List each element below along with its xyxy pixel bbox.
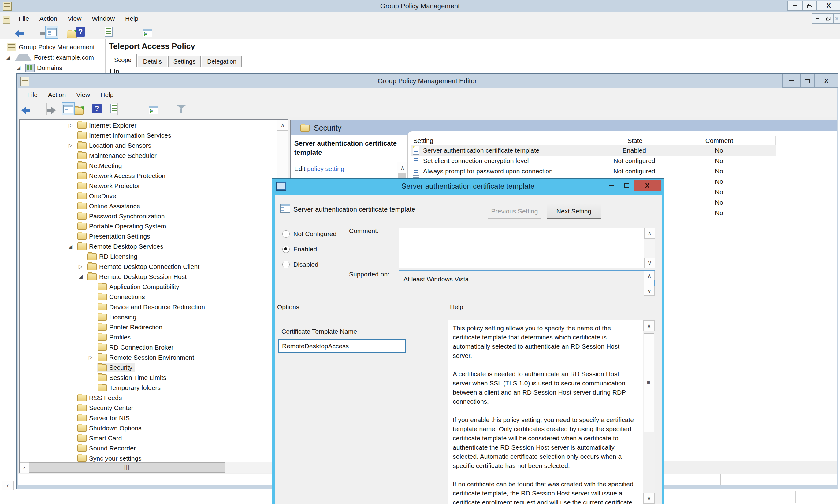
column-header-setting[interactable]: Setting: [411, 137, 607, 145]
settings-table-row[interactable]: Set client connection encryption level N…: [411, 156, 776, 166]
gpm-close-button[interactable]: X: [817, 1, 840, 11]
editor-tree-item[interactable]: Server for NIS: [20, 413, 276, 423]
child-close-button[interactable]: ✕: [833, 14, 840, 23]
help-box[interactable]: This policy setting allows you to specif…: [448, 320, 655, 504]
editor-tree-item[interactable]: Shutdown Options: [20, 423, 276, 433]
editor-tree-item[interactable]: Application Compatibility: [20, 282, 276, 292]
gpm-tree-item[interactable]: Domains: [2, 63, 104, 73]
editor-menu-item[interactable]: Action: [43, 91, 71, 98]
editor-tree-item[interactable]: OneDrive: [20, 191, 276, 201]
editor-tree-item[interactable]: Sync your settings: [20, 453, 276, 463]
tree-scroll-up-button[interactable]: ∧: [277, 120, 288, 131]
description-scroll-up-button[interactable]: ∧: [397, 162, 408, 173]
tree-hscrollbar[interactable]: ‹ |||: [20, 463, 288, 472]
editor-tree-item[interactable]: Presentation Settings: [20, 231, 276, 241]
radio-option[interactable]: Enabled: [282, 241, 337, 257]
gpm-restore-button[interactable]: [802, 1, 817, 11]
gpm-minimize-button[interactable]: [787, 1, 803, 11]
editor-tree-item[interactable]: NetMeeting: [20, 161, 276, 170]
editor-close-button[interactable]: X: [814, 74, 838, 88]
supported-scrollbar[interactable]: ∧ ∨: [644, 271, 654, 296]
editor-tree-item[interactable]: Security Center: [20, 403, 276, 413]
gpo-tab[interactable]: Settings: [168, 56, 201, 67]
editor-tree-item[interactable]: Maintenance Scheduler: [20, 150, 276, 161]
editor-tree-item[interactable]: Sound Recorder: [20, 443, 276, 453]
expander-icon[interactable]: [6, 54, 14, 61]
help-icon[interactable]: ?: [92, 104, 102, 113]
editor-tree-item[interactable]: Location and Sensors: [20, 140, 276, 150]
certificate-template-name-input[interactable]: RemoteDesktopAccess: [279, 340, 406, 353]
tree-scroll-left-button[interactable]: ‹: [20, 463, 29, 473]
editor-tree-item[interactable]: Remote Desktop Session Host: [20, 272, 276, 282]
gpo-tab[interactable]: Details: [138, 56, 167, 67]
editor-tree-item[interactable]: Network Access Protection: [20, 170, 276, 181]
console-tree-toggle[interactable]: [62, 103, 75, 115]
comment-textarea[interactable]: ∧ ∨: [398, 228, 655, 268]
editor-tree-item[interactable]: Password Synchronization: [20, 211, 276, 221]
gpm-tree-item[interactable]: Forest: example.com: [2, 52, 104, 63]
editor-tree-item[interactable]: Network Projector: [20, 181, 276, 191]
gpm-tree-item[interactable]: Group Policy Management: [2, 42, 104, 52]
gpo-tab[interactable]: Scope: [109, 54, 137, 67]
back-icon[interactable]: [21, 106, 32, 114]
help-scrollbar[interactable]: ∧ ≡ ∨: [643, 320, 655, 504]
radio-option[interactable]: Not Configured: [282, 226, 337, 241]
editor-tree-item[interactable]: Printer Redirection: [20, 322, 276, 332]
policy-setting-link[interactable]: policy setting: [307, 165, 344, 172]
expander-icon[interactable]: [89, 354, 97, 361]
back-icon[interactable]: [15, 30, 25, 38]
expander-icon[interactable]: [78, 263, 87, 270]
editor-minimize-button[interactable]: [783, 74, 801, 88]
console-tree-toggle[interactable]: [45, 26, 58, 38]
editor-tree-item[interactable]: RD Connection Broker: [20, 342, 276, 352]
filter-icon[interactable]: [176, 104, 186, 113]
scroll-down-button[interactable]: ∨: [644, 257, 655, 268]
editor-menu-item[interactable]: Help: [95, 91, 119, 98]
editor-tree-item[interactable]: Connections: [20, 292, 276, 302]
editor-menu-item[interactable]: View: [71, 91, 95, 98]
gpm-menu-item[interactable]: File: [14, 15, 34, 22]
scroll-up-button[interactable]: ∧: [644, 228, 655, 238]
editor-tree-item[interactable]: Temporary folders: [20, 383, 276, 393]
editor-tree-item[interactable]: Smart Card: [20, 433, 276, 443]
expander-icon[interactable]: [69, 122, 76, 128]
previous-setting-button[interactable]: Previous Setting: [488, 204, 541, 219]
forward-icon[interactable]: [45, 106, 56, 114]
next-setting-button[interactable]: Next Setting: [547, 204, 601, 219]
child-minimize-button[interactable]: [812, 14, 823, 23]
scroll-down-button[interactable]: ∨: [644, 286, 655, 296]
editor-tree-item[interactable]: Licensing: [20, 312, 276, 322]
scroll-up-button[interactable]: ∧: [643, 320, 655, 331]
dialog-close-button[interactable]: X: [633, 180, 661, 192]
editor-tree-item[interactable]: Remote Session Environment: [20, 352, 276, 362]
editor-tree-item[interactable]: Online Assistance: [20, 201, 276, 211]
tree-hscroll-thumb[interactable]: |||: [29, 463, 225, 472]
expander-icon[interactable]: [69, 243, 76, 250]
help-icon[interactable]: ?: [76, 27, 85, 37]
editor-tree-item[interactable]: RD Licensing: [20, 251, 276, 262]
editor-tree-item[interactable]: Internet Explorer: [20, 120, 276, 130]
gpm-menu-item[interactable]: View: [62, 15, 87, 22]
refresh-doc-icon[interactable]: [105, 27, 112, 37]
scroll-down-button[interactable]: ∨: [643, 493, 655, 504]
export-folder-icon[interactable]: [74, 107, 84, 115]
editor-tree-item[interactable]: Portable Operating System: [20, 221, 276, 231]
settings-table-row[interactable]: Always prompt for password upon connecti…: [411, 166, 776, 177]
gpm-menu-item[interactable]: Help: [120, 15, 143, 22]
editor-tree-item[interactable]: Device and Resource Redirection: [20, 302, 276, 312]
show-window-icon[interactable]: [143, 29, 152, 37]
gpm-menu-item[interactable]: Window: [87, 15, 120, 22]
show-window-icon[interactable]: [149, 106, 159, 114]
editor-maximize-button[interactable]: [800, 74, 815, 88]
dialog-minimize-button[interactable]: [604, 180, 620, 192]
editor-tree-item[interactable]: Session Time Limits: [20, 373, 276, 383]
settings-table-row[interactable]: Server authentication certificate templa…: [411, 145, 776, 156]
editor-tree-item[interactable]: Remote Desktop Services: [20, 241, 276, 251]
gpo-tab[interactable]: Delegation: [202, 56, 242, 67]
column-header-comment[interactable]: Comment: [663, 137, 776, 145]
editor-tree-item[interactable]: Remote Desktop Connection Client: [20, 262, 276, 272]
child-restore-button[interactable]: [823, 14, 834, 23]
supported-on-box[interactable]: At least Windows Vista ∧ ∨: [398, 270, 655, 296]
expander-icon[interactable]: [17, 65, 24, 71]
radio-option[interactable]: Disabled: [282, 257, 337, 272]
